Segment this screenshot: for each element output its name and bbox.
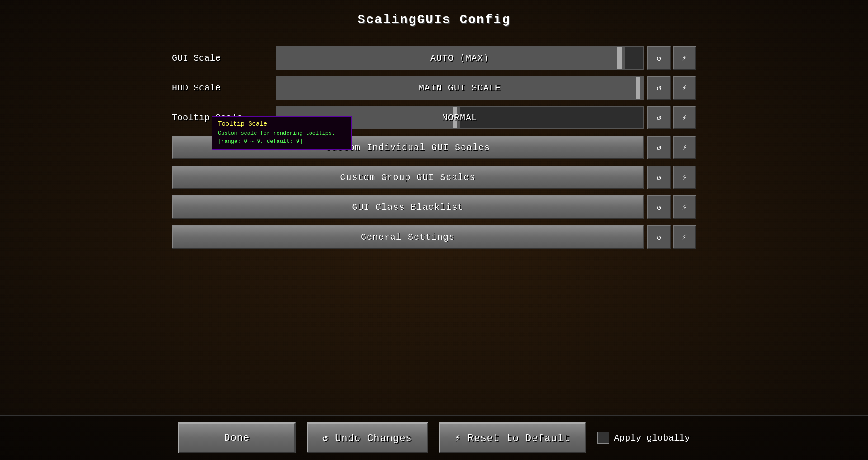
hud-scale-reset-btn[interactable]: ⚡	[673, 76, 696, 100]
tooltip-scale-actions: ↺ ⚡	[647, 106, 696, 129]
hud-scale-undo-btn[interactable]: ↺	[647, 76, 671, 100]
gui-class-blacklist-btn[interactable]: GUI Class Blacklist	[172, 195, 644, 219]
undo-changes-button[interactable]: ↺ Undo Changes	[307, 422, 428, 453]
page-title: ScalingGUIs Config	[358, 13, 510, 27]
custom-individual-undo-btn[interactable]: ↺	[647, 136, 671, 159]
gui-scale-slider[interactable]: AUTO (MAX)	[276, 46, 644, 70]
bottom-bar: Done ↺ Undo Changes ⚡ Reset to Default A…	[0, 415, 868, 460]
gui-scale-label: GUI Scale	[172, 53, 276, 63]
config-area: GUI Scale AUTO (MAX) ↺ ⚡ HUD Scale MAIN …	[172, 45, 696, 250]
gui-scale-row: GUI Scale AUTO (MAX) ↺ ⚡	[172, 45, 696, 71]
tooltip-scale-undo-btn[interactable]: ↺	[647, 106, 671, 129]
custom-group-undo-btn[interactable]: ↺	[647, 166, 671, 189]
tooltip-scale-slider[interactable]: NORMAL	[276, 106, 644, 129]
gui-scale-value: AUTO (MAX)	[430, 53, 489, 63]
reset-to-default-button[interactable]: ⚡ Reset to Default	[439, 422, 586, 453]
hud-scale-label: HUD Scale	[172, 83, 276, 93]
tooltip-scale-fill	[277, 107, 460, 128]
custom-individual-btn[interactable]: Custom Individual GUI Scales	[172, 136, 644, 159]
apply-globally-wrap: Apply globally	[597, 432, 690, 444]
gui-class-blacklist-undo-btn[interactable]: ↺	[647, 195, 671, 219]
general-settings-reset-btn[interactable]: ⚡	[673, 225, 696, 249]
gui-class-blacklist-reset-btn[interactable]: ⚡	[673, 195, 696, 219]
general-settings-btn[interactable]: General Settings	[172, 225, 644, 249]
custom-individual-reset-btn[interactable]: ⚡	[673, 136, 696, 159]
page-wrapper: ScalingGUIs Config GUI Scale AUTO (MAX) …	[0, 0, 868, 460]
custom-individual-actions: ↺ ⚡	[647, 136, 696, 159]
done-button[interactable]: Done	[178, 422, 296, 453]
gui-scale-actions: ↺ ⚡	[647, 46, 696, 70]
apply-globally-label: Apply globally	[614, 433, 690, 443]
custom-individual-row: Custom Individual GUI Scales ↺ ⚡	[172, 134, 696, 161]
general-settings-row: General Settings ↺ ⚡	[172, 224, 696, 250]
gui-class-blacklist-actions: ↺ ⚡	[647, 195, 696, 219]
gui-scale-reset-btn[interactable]: ⚡	[673, 46, 696, 70]
tooltip-scale-label: Tooltip Scale	[172, 113, 276, 123]
custom-group-row: Custom Group GUI Scales ↺ ⚡	[172, 164, 696, 190]
tooltip-scale-value: NORMAL	[442, 113, 477, 123]
tooltip-scale-reset-btn[interactable]: ⚡	[673, 106, 696, 129]
gui-scale-handle	[617, 47, 622, 69]
hud-scale-actions: ↺ ⚡	[647, 76, 696, 100]
general-settings-undo-btn[interactable]: ↺	[647, 225, 671, 249]
tooltip-scale-row: Tooltip Scale NORMAL ↺ ⚡	[172, 104, 696, 131]
hud-scale-row: HUD Scale MAIN GUI SCALE ↺ ⚡	[172, 75, 696, 101]
gui-scale-undo-btn[interactable]: ↺	[647, 46, 671, 70]
custom-group-btn[interactable]: Custom Group GUI Scales	[172, 166, 644, 189]
custom-group-reset-btn[interactable]: ⚡	[673, 166, 696, 189]
hud-scale-value: MAIN GUI SCALE	[419, 83, 501, 93]
general-settings-actions: ↺ ⚡	[647, 225, 696, 249]
hud-scale-slider[interactable]: MAIN GUI SCALE	[276, 76, 644, 100]
hud-scale-handle	[636, 77, 640, 99]
gui-class-blacklist-row: GUI Class Blacklist ↺ ⚡	[172, 194, 696, 220]
apply-globally-checkbox[interactable]	[597, 432, 609, 444]
custom-group-actions: ↺ ⚡	[647, 166, 696, 189]
